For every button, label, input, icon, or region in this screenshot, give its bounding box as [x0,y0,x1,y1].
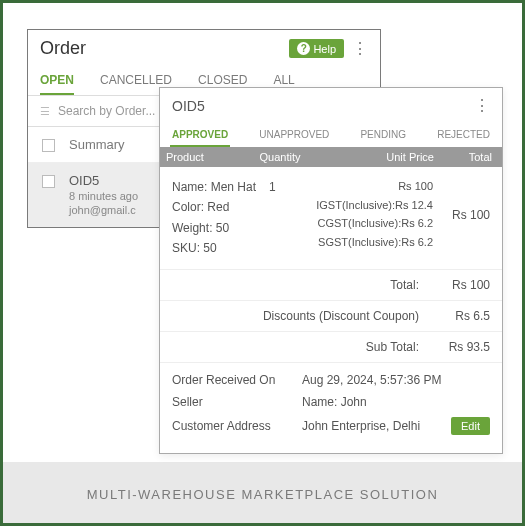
product-name: Name: Men Hat [172,177,267,197]
footer-text: MULTI-WAREHOUSE MARKETPLACE SOLUTION [3,462,522,526]
help-label: Help [313,43,336,55]
tab-approved[interactable]: APPROVED [170,124,230,147]
igst: IGST(Inclusive):Rs 12.4 [301,196,433,215]
edit-button[interactable]: Edit [451,417,490,435]
col-unit: Unit Price [310,147,440,167]
seller-label: Seller [172,395,302,409]
unit-price: Rs 100 [301,177,433,196]
address-label: Customer Address [172,419,302,433]
checkbox[interactable] [42,139,55,152]
tab-rejected[interactable]: REJECTED [435,124,492,147]
product-color: Color: Red [172,197,267,217]
discount-label: Discounts (Discount Coupon) [172,309,419,323]
search-input[interactable]: Search by Order... [58,104,155,118]
discount-value: Rs 6.5 [435,309,490,323]
help-button[interactable]: ? Help [289,39,344,58]
order-id: OID5 [69,173,138,188]
col-qty: Quantity [250,147,310,167]
tab-open[interactable]: OPEN [40,67,74,95]
received-value: Aug 29, 2024, 5:57:36 PM [302,373,490,387]
address-value: John Enterprise, Delhi [302,419,451,433]
product-row: Name: Men Hat Color: Red Weight: 50 SKU:… [160,167,502,269]
total-value: Rs 100 [435,278,490,292]
order-time: 8 minutes ago [69,190,138,202]
filter-icon[interactable]: ☰ [40,105,50,118]
row-total: Rs 100 [435,177,490,225]
orders-title: Order [40,38,86,59]
total-label: Total: [172,278,419,292]
table-header: Product Quantity Unit Price Total [160,147,502,167]
order-detail-panel: OID5 ⋮ APPROVED UNAPPROVED PENDING REJEC… [159,87,503,454]
more-icon[interactable]: ⋮ [474,101,490,111]
product-qty: 1 [269,177,299,197]
help-icon: ? [297,42,310,55]
tab-unapproved[interactable]: UNAPPROVED [257,124,331,147]
product-sku: SKU: 50 [172,238,267,258]
cgst: CGST(Inclusive):Rs 6.2 [301,214,433,233]
seller-value: Name: John [302,395,490,409]
col-product: Product [160,147,250,167]
detail-title: OID5 [172,98,205,114]
summary-label: Summary [69,137,125,152]
checkbox[interactable] [42,175,55,188]
order-email: john@gmail.c [69,204,138,216]
tab-pending[interactable]: PENDING [358,124,408,147]
product-weight: Weight: 50 [172,218,267,238]
received-label: Order Received On [172,373,302,387]
subtotal-value: Rs 93.5 [435,340,490,354]
col-total: Total [440,147,502,167]
sgst: SGST(Inclusive):Rs 6.2 [301,233,433,252]
subtotal-label: Sub Total: [172,340,419,354]
more-icon[interactable]: ⋮ [352,44,368,54]
